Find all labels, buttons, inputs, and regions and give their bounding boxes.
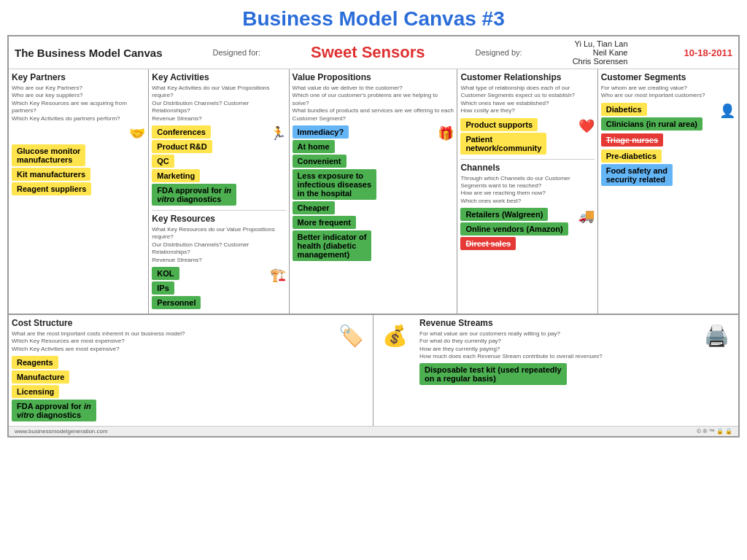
cost-structure-inner: Cost Structure What are the most importa… — [12, 318, 370, 423]
canvas-body: Key Partners Who are our Key Partners?Wh… — [9, 69, 738, 314]
list-item: Licensing — [12, 385, 59, 398]
list-item: FDA approval for invitro diagnostics — [152, 184, 236, 206]
list-item: KOL — [152, 267, 179, 280]
list-item: Pre-diabetics — [601, 149, 662, 163]
list-item: Reagents — [12, 356, 58, 369]
cost-icon: 🏷️ — [333, 318, 370, 354]
channels-sub: Through which Channels do our Customer S… — [460, 175, 594, 206]
customer-relationships-section: Customer Relationships What type of rela… — [457, 69, 597, 314]
customer-segments-section: Customer Segments For whom are we creati… — [598, 69, 738, 314]
cost-structure-section: Cost Structure What are the most importa… — [9, 315, 374, 426]
key-activities-title: Key Activities — [152, 72, 285, 82]
company-name: Sweet Sensors — [311, 43, 425, 62]
cost-structure-sub: What are the most important costs inhere… — [12, 330, 327, 353]
page-title: Business Model Canvas #3 — [0, 0, 747, 35]
list-item: At home — [293, 140, 335, 153]
customer-segments-title: Customer Segments — [601, 72, 735, 82]
key-resources-sub: What Key Resources do our Value Proposit… — [152, 226, 285, 264]
list-item: Patientnetwork/community — [460, 133, 546, 155]
canvas-header: The Business Model Canvas Designed for: … — [9, 36, 738, 69]
relationships-icon: ❤️ — [578, 118, 595, 134]
list-item: Product supports — [460, 118, 538, 131]
website-label: www.businessmodelgeneration.com — [15, 428, 108, 435]
key-partners-sub: Who are our Key Partners?Who are our key… — [12, 85, 145, 122]
list-item: Triage nurses — [601, 133, 664, 147]
list-item: Reagent suppliers — [12, 182, 91, 195]
channels-title: Channels — [460, 163, 594, 173]
customer-segments-sub: For whom are we creating value?Who are o… — [601, 85, 735, 100]
authors: Yi Lu, Tian LanNeil KaneChris Sorensen — [573, 39, 628, 66]
revenue-streams-inner: 💰 Revenue Streams For what value are our… — [376, 318, 735, 387]
copyright-icons: © ® ™ 🔒 🔒 — [697, 428, 732, 435]
revenue-streams-sub: For what value are our customers really … — [419, 330, 692, 361]
list-item: Conferences — [152, 125, 211, 139]
key-activities-section: Key Activities What Key Activities do ou… — [149, 69, 289, 314]
list-item: Retailers (Walgreen) — [460, 208, 548, 221]
canvas-date: 10-18-2011 — [684, 47, 732, 58]
list-item: Product R&D — [152, 140, 212, 153]
list-item: Disposable test kit (used repeatedlyon a… — [419, 363, 567, 385]
canvas-brand: The Business Model Canvas — [15, 47, 163, 59]
list-item: Immediacy? — [293, 125, 349, 139]
list-item: Convenient — [293, 155, 347, 168]
list-item: FDA approval for invitro diagnostics — [12, 400, 96, 421]
list-item: Online vendors (Amazon) — [460, 222, 568, 236]
value-propositions-title: Value Propositions — [293, 72, 454, 82]
footer-bar: www.businessmodelgeneration.com © ® ™ 🔒 … — [9, 426, 738, 436]
list-item: More frequent — [293, 216, 356, 229]
list-item: Glucose monitormanufacturers — [12, 144, 85, 166]
list-item: Clinicians (in rural area) — [601, 117, 703, 131]
channels-icon: 🚚 — [578, 208, 595, 224]
list-item: Kit manufacturers — [12, 168, 90, 181]
revenue-icon: 💰 — [376, 318, 414, 354]
value-propositions-sub: What value do we deliver to the customer… — [293, 85, 454, 122]
value-propositions-section: Value Propositions What value do we deli… — [290, 69, 458, 314]
revenue-streams-title: Revenue Streams — [419, 318, 692, 328]
customer-relationships-title: Customer Relationships — [460, 72, 594, 82]
cost-structure-title: Cost Structure — [12, 318, 327, 328]
list-item: Personnel — [152, 296, 201, 309]
value-icon: 🎁 — [438, 125, 454, 141]
segments-icon: 👤 — [719, 103, 735, 119]
list-item: Cheaper — [293, 201, 335, 214]
list-item: QC — [152, 155, 174, 168]
resources-icon: 🏗️ — [270, 267, 286, 283]
partners-icon: 🤝 — [129, 125, 145, 141]
list-item: IPs — [152, 281, 174, 295]
page: Business Model Canvas #3 The Business Mo… — [0, 0, 747, 560]
list-item: Food safety andsecurity related — [601, 164, 673, 186]
revenue-icon2: 🖨️ — [698, 318, 735, 354]
list-item: Diabetics — [601, 103, 647, 116]
list-item: Manufacture — [12, 370, 69, 384]
key-partners-title: Key Partners — [12, 72, 145, 82]
key-resources-title: Key Resources — [152, 214, 285, 224]
list-item: Better indicator ofhealth (diabeticmanag… — [293, 230, 372, 261]
list-item: Less exposure toinfectious diseasesin th… — [293, 169, 377, 200]
designed-for-label: Designed for: — [213, 48, 260, 57]
customer-relationships-sub: What type of relationship does each of o… — [460, 85, 594, 115]
cost-structure-content: Cost Structure What are the most importa… — [12, 318, 327, 423]
revenue-streams-section: 💰 Revenue Streams For what value are our… — [374, 315, 738, 426]
canvas-footer: Cost Structure What are the most importa… — [9, 314, 738, 426]
list-item: Direct sales — [460, 237, 516, 250]
key-activities-sub: What Key Activities do our Value Proposi… — [152, 85, 285, 122]
revenue-streams-content: Revenue Streams For what value are our c… — [419, 318, 692, 387]
designed-by-label: Designed by: — [475, 48, 522, 57]
activities-icon: 🏃 — [270, 125, 286, 141]
key-partners-section: Key Partners Who are our Key Partners?Wh… — [9, 69, 149, 314]
canvas-outer: The Business Model Canvas Designed for: … — [7, 35, 740, 438]
list-item: Marketing — [152, 169, 200, 182]
